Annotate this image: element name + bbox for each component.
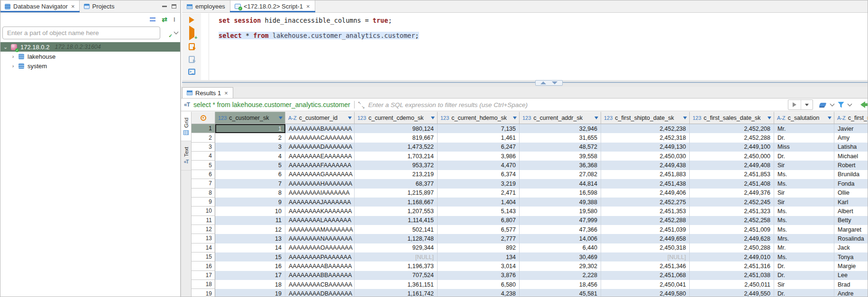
grid-cell[interactable]: 134 xyxy=(438,252,520,261)
grid-cell[interactable]: AAAAAAAANAAAAAAA xyxy=(285,234,355,243)
object-filter-input[interactable] xyxy=(2,27,160,39)
row-number[interactable]: 13 xyxy=(192,234,215,243)
grid-cell[interactable]: 929,344 xyxy=(355,243,438,252)
presentation-tab-grid[interactable]: Grid xyxy=(181,112,191,141)
sort-dropdown-icon[interactable] xyxy=(683,117,687,119)
row-number[interactable]: 9 xyxy=(192,198,215,207)
grid-cell[interactable]: 2,449,376 xyxy=(690,189,774,198)
grid-cell[interactable]: 6,247 xyxy=(438,143,520,152)
grid-cell[interactable]: Ms. xyxy=(774,225,834,234)
grid-cell[interactable]: 48,572 xyxy=(520,143,601,152)
sort-dropdown-icon[interactable] xyxy=(594,117,598,119)
sql-code-area[interactable]: set session hide_inaccessible_columns = … xyxy=(201,13,868,80)
tab-employees[interactable]: employees xyxy=(182,0,230,12)
grid-cell[interactable]: 18,456 xyxy=(520,280,601,289)
grid-cell[interactable]: 68,377 xyxy=(355,179,438,188)
grid-cell[interactable]: 2,449,580 xyxy=(601,289,690,297)
grid-cell[interactable]: 1,461 xyxy=(438,133,520,142)
clear-filter-icon[interactable] xyxy=(819,103,827,107)
grid-cell[interactable]: 2,451,039 xyxy=(601,225,690,234)
grid-cell[interactable]: Ms. xyxy=(774,170,834,179)
row-number[interactable]: 6 xyxy=(192,170,215,179)
chevron-down-icon[interactable] xyxy=(830,101,835,106)
filters-menu-icon[interactable] xyxy=(838,102,844,108)
grid-cell[interactable]: 4,470 xyxy=(438,161,520,170)
collapse-up-icon[interactable] xyxy=(540,81,546,84)
grid-cell[interactable]: Karl xyxy=(834,198,868,207)
grid-cell[interactable]: 2,450,000 xyxy=(690,152,774,161)
grid-cell[interactable]: 9 xyxy=(215,198,285,207)
tree-item-connection[interactable]: ⌄ 172.18.0.2 172.18.0.2:31604 xyxy=(0,42,180,52)
previous-page-arrow-icon[interactable] xyxy=(857,101,868,108)
grid-cell[interactable]: 32,946 xyxy=(520,124,601,133)
grid-cell[interactable]: Brunilda xyxy=(834,170,868,179)
grid-cell[interactable]: Dr. xyxy=(774,152,834,161)
grid-cell[interactable]: 16 xyxy=(215,261,285,270)
grid-cell[interactable]: 2,451,009 xyxy=(690,225,774,234)
grid-cell[interactable]: 2,471 xyxy=(438,189,520,198)
grid-cell[interactable]: 502,141 xyxy=(355,225,438,234)
grid-cell[interactable]: Jack xyxy=(834,243,868,252)
grid-cell[interactable]: AAAAAAAAIAAAAAAA xyxy=(285,189,355,198)
tab-results-1[interactable]: Results 1 × xyxy=(182,87,233,98)
sort-dropdown-icon[interactable] xyxy=(279,117,283,119)
row-number[interactable]: 1 xyxy=(192,124,215,133)
sort-dropdown-icon[interactable] xyxy=(513,117,517,119)
grid-cell[interactable]: Dr. xyxy=(774,271,834,280)
grid-cell[interactable]: 2,449,658 xyxy=(601,234,690,243)
grid-cell[interactable]: 3,876 xyxy=(438,271,520,280)
filter-history-dropdown-icon[interactable] xyxy=(805,104,809,106)
grid-cell[interactable]: AAAAAAAAGAAAAAAA xyxy=(285,170,355,179)
grid-cell[interactable]: 2,449,406 xyxy=(601,189,690,198)
row-number[interactable]: 2 xyxy=(192,133,215,142)
grid-cell[interactable]: 2,451,853 xyxy=(690,170,774,179)
grid-cell[interactable]: 1,361,151 xyxy=(355,280,438,289)
grid-cell[interactable]: 2,451,353 xyxy=(601,207,690,216)
grid-cell[interactable]: AAAAAAAAOAAAAAAA xyxy=(285,243,355,252)
close-icon[interactable]: × xyxy=(71,3,75,9)
grid-cell[interactable]: 3,219 xyxy=(438,179,520,188)
grid-cell[interactable]: Tonya xyxy=(834,252,868,261)
grid-cell[interactable]: 819,667 xyxy=(355,133,438,142)
sort-dropdown-icon[interactable] xyxy=(828,117,831,119)
grid-cell[interactable]: 5 xyxy=(215,161,285,170)
row-number[interactable]: 5 xyxy=(192,161,215,170)
grid-cell[interactable]: 17 xyxy=(215,271,285,280)
grid-cell[interactable]: 6,374 xyxy=(438,170,520,179)
chevron-right-icon[interactable]: › xyxy=(11,54,15,59)
grid-cell[interactable]: AAAAAAAAMAAAAAAA xyxy=(285,225,355,234)
view-menu-icon[interactable]: ⁝ xyxy=(174,18,175,21)
grid-cell[interactable]: 953,372 xyxy=(355,161,438,170)
grid-cell[interactable]: 2,450,318 xyxy=(601,243,690,252)
row-number[interactable]: 16 xyxy=(192,261,215,270)
grid-cell[interactable]: 47,999 xyxy=(520,216,601,225)
row-number[interactable]: 8 xyxy=(192,189,215,198)
execute-script-button[interactable] xyxy=(189,43,195,50)
column-header-c_customer_sk[interactable]: 123c_customer_sk xyxy=(215,112,285,124)
grid-cell[interactable]: Mr. xyxy=(774,124,834,133)
grid-cell[interactable]: 30,469 xyxy=(520,252,601,261)
grid-cell[interactable]: 2,449,550 xyxy=(690,289,774,297)
sort-dropdown-icon[interactable] xyxy=(348,117,352,119)
grid-cell[interactable]: Rosalinda xyxy=(834,234,868,243)
grid-cell[interactable]: 44,814 xyxy=(520,179,601,188)
grid-cell[interactable]: 2,451,323 xyxy=(690,207,774,216)
grid-cell[interactable]: AAAAAAAAKAAAAAAA xyxy=(285,207,355,216)
collapse-all-icon[interactable] xyxy=(150,18,155,21)
grid-cell[interactable]: Miss xyxy=(774,143,834,152)
grid-cell[interactable]: 2 xyxy=(215,133,285,142)
grid-cell[interactable]: 2,452,318 xyxy=(601,133,690,142)
grid-cell[interactable]: Ms. xyxy=(774,252,834,261)
grid-cell[interactable]: Margaret xyxy=(834,225,868,234)
grid-cell[interactable]: AAAAAAAAABAAAAAA xyxy=(285,261,355,270)
maximize-icon[interactable] xyxy=(172,4,176,9)
grid-cell[interactable]: AAAAAAAAHAAAAAAA xyxy=(285,179,355,188)
grid-cell[interactable]: Albert xyxy=(834,207,868,216)
grid-cell[interactable]: 2,449,010 xyxy=(690,252,774,261)
grid-cell[interactable]: 980,124 xyxy=(355,124,438,133)
grid-cell[interactable]: 2,777 xyxy=(438,234,520,243)
grid-cell[interactable]: 31,655 xyxy=(520,133,601,142)
row-number[interactable]: 18 xyxy=(192,280,215,289)
grid-cell[interactable]: AAAAAAAAPAAAAAAA xyxy=(285,252,355,261)
grid-cell[interactable]: 19 xyxy=(215,289,285,297)
